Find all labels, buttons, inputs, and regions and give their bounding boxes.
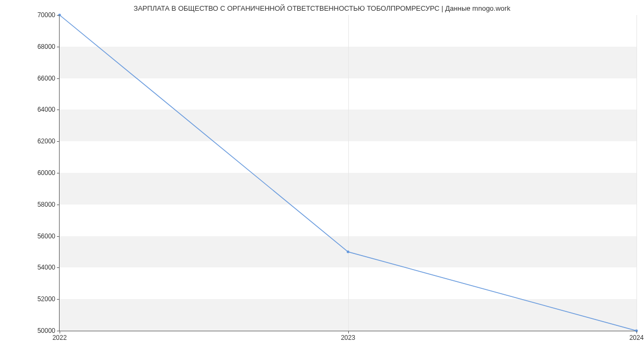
y-tick-label: 60000: [38, 169, 60, 177]
y-tick-label: 52000: [38, 295, 60, 303]
y-tick-mark: [57, 15, 60, 16]
x-tick-mark: [348, 331, 349, 333]
y-tick-mark: [57, 110, 60, 110]
y-tick-label: 70000: [38, 11, 60, 19]
y-tick-mark: [57, 141, 60, 142]
y-tick-label: 54000: [38, 264, 60, 271]
y-tick-label: 64000: [38, 106, 60, 113]
x-tick-mark: [60, 331, 60, 333]
y-tick-mark: [57, 236, 60, 237]
y-tick-label: 62000: [38, 137, 60, 145]
y-tick-mark: [57, 78, 60, 79]
y-tick-label: 66000: [38, 75, 60, 82]
series-line: [60, 15, 636, 331]
chart-title: ЗАРПЛАТА В ОБЩЕСТВО С ОРГАНИЧЕННОЙ ОТВЕТ…: [0, 4, 644, 12]
y-tick-label: 68000: [38, 43, 60, 50]
y-tick-mark: [57, 173, 60, 173]
x-grid-line: [636, 15, 637, 331]
y-tick-label: 56000: [38, 232, 60, 240]
y-tick-label: 58000: [38, 201, 60, 208]
plot-area: 5000052000540005600058000600006200064000…: [59, 15, 636, 331]
y-tick-mark: [57, 299, 60, 300]
line-layer: [60, 15, 636, 331]
y-tick-mark: [57, 47, 60, 47]
x-tick-mark: [636, 331, 637, 333]
y-tick-mark: [57, 267, 60, 268]
chart-container: ЗАРПЛАТА В ОБЩЕСТВО С ОРГАНИЧЕННОЙ ОТВЕТ…: [0, 0, 644, 349]
data-point: [347, 251, 349, 253]
y-tick-mark: [57, 205, 60, 205]
